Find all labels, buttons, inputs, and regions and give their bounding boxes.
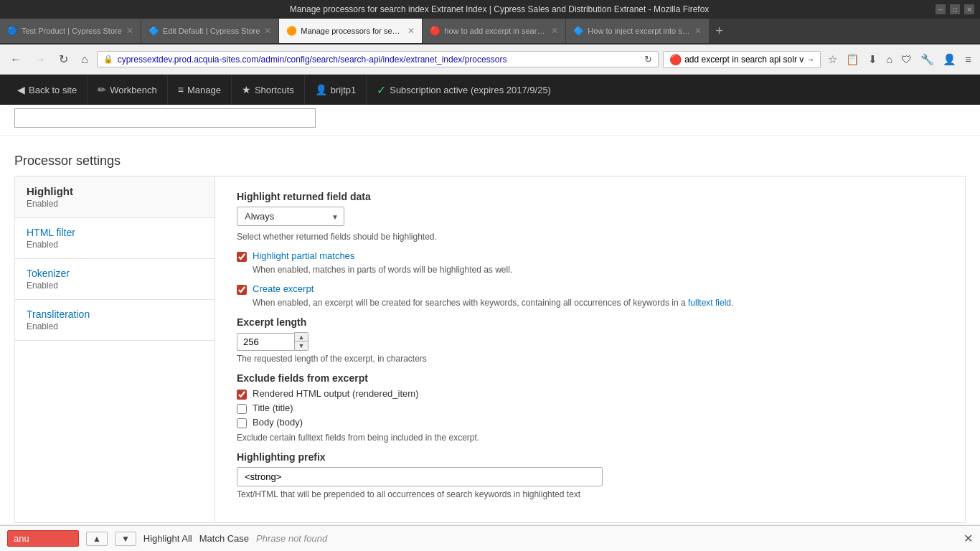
- fulltext-field-link[interactable]: fulltext field: [688, 298, 731, 308]
- back-to-site-label: Back to site: [29, 85, 77, 95]
- highlight-prefix-input[interactable]: [237, 467, 603, 486]
- user-label: brijtp1: [331, 85, 356, 95]
- sidebar-item-html-filter-link[interactable]: HTML filter: [27, 227, 75, 238]
- sidebar-item-html-filter[interactable]: HTML filter Enabled: [15, 218, 215, 259]
- highlight-returned-field-label: Highlight returned field data: [237, 191, 943, 202]
- processor-sidebar: Highlight Enabled HTML filter Enabled To…: [14, 176, 215, 523]
- manage-label: Manage: [187, 85, 221, 95]
- toolbar-icons: ☆ 📋 ⬇ ⌂ 🛡 🔧 👤 ≡: [825, 52, 974, 67]
- search-arrow-icon: →: [806, 55, 814, 64]
- restore-button[interactable]: □: [950, 4, 960, 14]
- highlight-partial-checkbox[interactable]: [237, 252, 247, 262]
- tab-close-3[interactable]: ✕: [407, 26, 415, 36]
- pencil-icon: ✏: [98, 84, 106, 95]
- tab-label-3: Manage processors for search i...: [301, 27, 403, 35]
- bookmark-list-button[interactable]: 📋: [843, 52, 862, 67]
- body-label[interactable]: Body (body): [253, 417, 303, 428]
- back-button[interactable]: ←: [6, 52, 26, 67]
- processor-layout: Highlight Enabled HTML filter Enabled To…: [14, 176, 966, 523]
- body-checkbox[interactable]: [237, 418, 247, 428]
- minimize-button[interactable]: ─: [936, 4, 946, 14]
- sidebar-item-transliteration-status: Enabled: [27, 321, 203, 331]
- highlight-prefix-desc: Text/HTML that will be prepended to all …: [237, 489, 943, 499]
- bookmark-star-button[interactable]: ☆: [825, 52, 840, 67]
- sidebar-item-tokenizer-status: Enabled: [27, 281, 203, 291]
- tab-label-2: Edit Default | Cypress Store: [163, 27, 260, 35]
- tab-label-1: Test Product | Cypress Store: [22, 27, 122, 35]
- excerpt-length-down-button[interactable]: ▼: [295, 342, 308, 350]
- highlight-partial-label[interactable]: Highlight partial matches: [253, 250, 354, 261]
- sidebar-item-highlight[interactable]: Highlight Enabled: [15, 176, 215, 218]
- extensions-button[interactable]: 🔧: [918, 52, 937, 67]
- tab-close-5[interactable]: ✕: [694, 26, 702, 36]
- rendered-html-label[interactable]: Rendered HTML output (rendered_item): [253, 388, 418, 399]
- top-text-input[interactable]: [14, 108, 316, 128]
- tab-test-product[interactable]: 🔵 Test Product | Cypress Store ✕: [0, 19, 141, 43]
- title-checkbox[interactable]: [237, 404, 247, 414]
- highlight-returned-field-select[interactable]: Always Never If highlighted: [237, 207, 344, 226]
- reload-url-button[interactable]: ↻: [644, 54, 652, 65]
- sidebar-item-tokenizer-link[interactable]: Tokenizer: [27, 268, 70, 279]
- tab-favicon-5: 🔷: [573, 26, 583, 36]
- highlight-partial-desc: When enabled, matches in parts of words …: [253, 265, 943, 275]
- excerpt-length-up-button[interactable]: ▲: [295, 333, 308, 342]
- highlight-returned-field-desc: Select whether returned fields should be…: [237, 232, 943, 242]
- manage-button[interactable]: ≡ Manage: [168, 75, 232, 105]
- title-bar: Manage processors for search index Extra…: [0, 0, 980, 19]
- tab-how-to-inject[interactable]: 🔷 How to inject excerpt into searc... ✕: [566, 19, 710, 43]
- download-button[interactable]: ⬇: [865, 52, 880, 67]
- home-icon-button[interactable]: ⌂: [883, 52, 895, 67]
- url-text: cypressextdev.prod.acquia-sites.com/admi…: [118, 55, 645, 65]
- shortcuts-label: Shortcuts: [255, 85, 294, 95]
- sidebar-item-transliteration[interactable]: Transliteration Enabled: [15, 300, 215, 341]
- rendered-html-row: Rendered HTML output (rendered_item): [237, 388, 943, 400]
- menu-button[interactable]: ≡: [962, 52, 974, 67]
- highlight-partial-row: Highlight partial matches: [237, 250, 943, 262]
- star-icon: ★: [242, 84, 251, 95]
- user-icon: 👤: [315, 84, 327, 95]
- search-input[interactable]: [684, 55, 804, 65]
- search-bar[interactable]: 🔴 →: [663, 51, 821, 68]
- create-excerpt-row: Create excerpt: [237, 283, 943, 295]
- shortcuts-button[interactable]: ★ Shortcuts: [232, 75, 305, 105]
- close-button[interactable]: ✕: [964, 4, 974, 14]
- tab-bar: 🔵 Test Product | Cypress Store ✕ 🔷 Edit …: [0, 19, 980, 44]
- new-tab-button[interactable]: +: [710, 19, 729, 43]
- sidebar-item-transliteration-link[interactable]: Transliteration: [27, 309, 90, 320]
- section-title: Processor settings: [14, 154, 966, 169]
- sidebar-item-tokenizer[interactable]: Tokenizer Enabled: [15, 259, 215, 300]
- title-row: Title (title): [237, 402, 943, 414]
- highlight-prefix-section: Highlighting prefix Text/HTML that will …: [237, 451, 943, 499]
- profile-button[interactable]: 👤: [940, 52, 959, 67]
- tab-edit-default[interactable]: 🔷 Edit Default | Cypress Store ✕: [141, 19, 280, 43]
- tab-favicon-3: 🟠: [286, 26, 296, 36]
- search-engine-icon: 🔴: [669, 54, 682, 65]
- tab-favicon-4: 🔴: [430, 26, 440, 36]
- exclude-fields-label: Exclude fields from excerpt: [237, 372, 943, 384]
- excerpt-length-label: Excerpt length: [237, 316, 943, 328]
- forward-button[interactable]: →: [30, 52, 50, 67]
- create-excerpt-label[interactable]: Create excerpt: [253, 283, 314, 294]
- excerpt-length-desc: The requested length of the excerpt, in …: [237, 354, 943, 364]
- lock-icon: 🔒: [103, 55, 113, 64]
- tab-close-2[interactable]: ✕: [264, 26, 271, 36]
- tab-how-to-add[interactable]: 🔴 how to add excerpt in search ap... ✕: [423, 19, 566, 43]
- url-bar[interactable]: 🔒 cypressextdev.prod.acquia-sites.com/ad…: [97, 51, 659, 67]
- tab-close-1[interactable]: ✕: [126, 26, 133, 36]
- pocket-button[interactable]: 🛡: [898, 52, 915, 67]
- excerpt-length-input[interactable]: [237, 333, 294, 351]
- tab-favicon-1: 🔵: [7, 26, 17, 36]
- back-arrow-icon: ◀: [17, 84, 25, 95]
- exclude-fields-desc: Exclude certain fulltext fields from bei…: [237, 433, 943, 443]
- rendered-html-checkbox[interactable]: [237, 390, 247, 400]
- tab-manage-processors[interactable]: 🟠 Manage processors for search i... ✕: [279, 19, 423, 43]
- create-excerpt-checkbox[interactable]: [237, 285, 247, 295]
- tab-close-4[interactable]: ✕: [551, 26, 558, 36]
- workbench-button[interactable]: ✏ Workbench: [88, 75, 168, 105]
- home-button[interactable]: ⌂: [77, 52, 93, 67]
- reload-button[interactable]: ↻: [55, 51, 72, 67]
- title-label[interactable]: Title (title): [253, 402, 293, 413]
- user-button[interactable]: 👤 brijtp1: [305, 75, 367, 105]
- excerpt-length-section: Excerpt length ▲ ▼ The requested length …: [237, 316, 943, 364]
- back-to-site-button[interactable]: ◀ Back to site: [7, 75, 88, 105]
